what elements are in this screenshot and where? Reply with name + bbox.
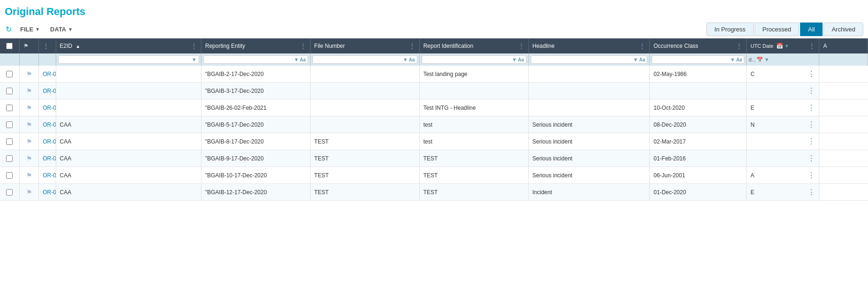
occ-class-header-dots[interactable]: ⋮ (736, 42, 742, 50)
reports-table-container: ⚑ ⋮ E2ID ▲ ⋮ Reporting Entity ⋮ (0, 38, 868, 201)
select-all-checkbox[interactable] (6, 43, 13, 49)
filter-tab-archived[interactable]: Archived (823, 23, 863, 36)
filter-tab-all[interactable]: All (800, 23, 823, 36)
headline-filter-icon[interactable]: ▼ (633, 57, 638, 62)
file-filter-icon[interactable]: ▼ (403, 57, 408, 62)
row-context-menu[interactable]: ⋮ (808, 188, 815, 197)
e2id-link[interactable]: OR-000000000000077 (43, 155, 56, 162)
row-e2id-cell: OR-000000000000076v0.1 (39, 133, 56, 150)
file-menu-button[interactable]: FILE ▼ (17, 24, 43, 35)
flag-icon[interactable]: ⚑ (23, 87, 35, 95)
file-filter-aa[interactable]: Aa (409, 57, 415, 62)
flag-icon[interactable]: ⚑ (23, 155, 35, 162)
refresh-button[interactable]: ↻ (5, 24, 13, 35)
reporting-filter-icon[interactable]: ▼ (294, 57, 299, 62)
report-id-filter-input[interactable] (424, 57, 511, 62)
row-file-cell: "BGAIB-8-17-Dec-2020 (201, 133, 310, 150)
row-utcdate-cell: 01-Dec-2020 (650, 184, 747, 201)
row-occ-class-cell (528, 66, 650, 83)
flag-icon[interactable]: ⚑ (23, 138, 35, 145)
row-checkbox[interactable] (6, 88, 13, 94)
row-last-cell: ⋮ (747, 83, 819, 99)
last-col-value: A (750, 172, 754, 179)
row-checkbox[interactable] (6, 138, 13, 145)
utcdate-header-dots[interactable]: ⋮ (809, 42, 815, 50)
headline-header-dots[interactable]: ⋮ (639, 42, 645, 50)
e2id-link[interactable]: OR-000000000000078 (43, 172, 56, 179)
row-checkbox-cell (0, 66, 19, 83)
utc-filter-icon[interactable]: ▼ (784, 43, 789, 49)
row-flag-cell: ⚑ (19, 83, 38, 99)
calendar-icon[interactable]: 📅 (776, 43, 783, 49)
reporting-header-dots[interactable]: ⋮ (300, 42, 306, 50)
e2id-link[interactable]: OR-000000000000074 (43, 105, 56, 111)
e2id-link[interactable]: OR-000000000000076 (43, 138, 56, 145)
page-title: Original Reports (0, 0, 868, 21)
report-id-header-dots[interactable]: ⋮ (518, 42, 525, 50)
row-flag-cell: ⚑ (19, 167, 38, 184)
e2id-header-dots[interactable]: ⋮ (191, 42, 197, 50)
flag-icon[interactable]: ⚑ (23, 189, 35, 196)
flag-icon[interactable]: ⚑ (23, 70, 35, 78)
occ-class-filter-input[interactable] (654, 57, 729, 62)
row-flag-cell: ⚑ (19, 184, 38, 201)
file-filter-input[interactable] (315, 57, 402, 62)
flag-icon[interactable]: ⚑ (23, 121, 35, 129)
headline-filter-input[interactable] (533, 57, 632, 62)
utc-filter-calendar[interactable]: 📅 (757, 57, 763, 63)
col-header-reporting: Reporting Entity ⋮ (201, 38, 310, 53)
filter-tab-processed[interactable]: Processed (755, 23, 799, 36)
row-checkbox-cell (0, 99, 19, 116)
e2id-filter-input[interactable] (60, 57, 191, 62)
row-occ-class-cell (528, 99, 650, 116)
row-file-cell: "BGAIB-3-17-Dec-2020 (201, 83, 310, 99)
row-headline-cell: TEST (419, 184, 528, 201)
e2id-link[interactable]: OR-000000000000079 (43, 189, 56, 196)
last-col-value: C (750, 71, 755, 77)
row-e2id-cell: OR-000000000000072v0.1 (39, 66, 56, 83)
row-context-menu[interactable]: ⋮ (808, 103, 815, 112)
e2id-link[interactable]: OR-000000000000073 (43, 88, 56, 94)
headline-filter-aa[interactable]: Aa (639, 57, 645, 62)
menu-header-dots[interactable]: ⋮ (43, 42, 49, 50)
row-context-menu[interactable]: ⋮ (808, 171, 815, 180)
row-file-cell: "BGAIB-10-17-Dec-2020 (201, 167, 310, 184)
filter-checkbox (0, 53, 19, 66)
last-col-label: A (823, 43, 827, 49)
row-checkbox[interactable] (6, 189, 13, 196)
file-header-dots[interactable]: ⋮ (409, 42, 415, 50)
filter-tab-in-progress[interactable]: In Progress (706, 23, 753, 36)
e2id-filter-icon[interactable]: ▼ (192, 57, 197, 62)
row-report-id-cell (310, 83, 419, 99)
occ-class-filter-aa[interactable]: Aa (736, 57, 742, 62)
e2id-link[interactable]: OR-000000000000072 (43, 71, 56, 77)
table-row: ⚑OR-000000000000075v0.1CAA"BGAIB-5-17-De… (0, 116, 868, 133)
reporting-filter-aa[interactable]: Aa (300, 57, 306, 62)
e2id-link[interactable]: OR-000000000000075 (43, 121, 56, 128)
occ-class-filter-icon[interactable]: ▼ (730, 57, 735, 62)
table-row: ⚑OR-000000000000073v0.1"BGAIB-3-17-Dec-2… (0, 83, 868, 99)
row-headline-cell: Test INTG - Headline (419, 99, 528, 116)
row-context-menu[interactable]: ⋮ (808, 120, 815, 129)
data-menu-button[interactable]: DATA ▼ (47, 24, 75, 35)
row-context-menu[interactable]: ⋮ (808, 154, 815, 163)
row-checkbox[interactable] (6, 71, 13, 77)
flag-icon[interactable]: ⚑ (23, 104, 35, 112)
filter-file: ▼ Aa (310, 53, 419, 66)
report-id-filter-icon[interactable]: ▼ (512, 57, 517, 62)
reporting-filter-input[interactable] (206, 57, 293, 62)
report-id-filter-aa[interactable]: Aa (518, 57, 524, 62)
utc-filter-icon2[interactable]: ▼ (764, 57, 769, 62)
row-context-menu[interactable]: ⋮ (808, 69, 815, 78)
table-row: ⚑OR-000000000000077v0.1CAA"BGAIB-9-17-De… (0, 150, 868, 167)
row-checkbox[interactable] (6, 105, 13, 111)
row-context-menu[interactable]: ⋮ (808, 86, 815, 95)
row-headline-cell (419, 83, 528, 99)
row-checkbox[interactable] (6, 172, 13, 179)
row-checkbox[interactable] (6, 121, 13, 128)
row-context-menu[interactable]: ⋮ (808, 137, 815, 146)
row-checkbox[interactable] (6, 155, 13, 162)
row-file-cell: "BGAIB-5-17-Dec-2020 (201, 116, 310, 133)
flag-icon[interactable]: ⚑ (23, 172, 35, 179)
row-occ-class-cell: Serious incident (528, 150, 650, 167)
